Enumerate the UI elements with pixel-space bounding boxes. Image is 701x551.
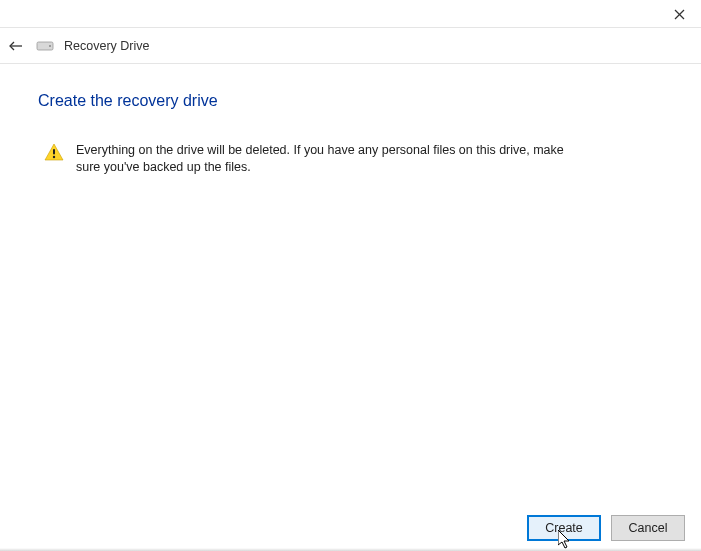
arrow-left-icon [8,40,24,52]
close-button[interactable] [669,4,689,24]
close-icon [674,9,685,20]
titlebar [0,0,701,28]
back-button[interactable] [6,36,26,56]
warning-text: Everything on the drive will be deleted.… [76,142,586,176]
svg-point-4 [49,45,51,47]
content-area: Create the recovery drive Everything on … [0,64,701,176]
page-heading: Create the recovery drive [38,92,661,110]
cancel-button[interactable]: Cancel [611,515,685,541]
header: Recovery Drive [0,28,701,64]
warning-row: Everything on the drive will be deleted.… [38,142,661,176]
create-button[interactable]: Create [527,515,601,541]
svg-rect-6 [53,149,55,155]
svg-point-7 [53,156,55,158]
drive-icon [36,39,54,53]
warning-icon [44,143,64,165]
footer: Create Cancel [527,515,685,541]
window-title: Recovery Drive [64,39,149,53]
